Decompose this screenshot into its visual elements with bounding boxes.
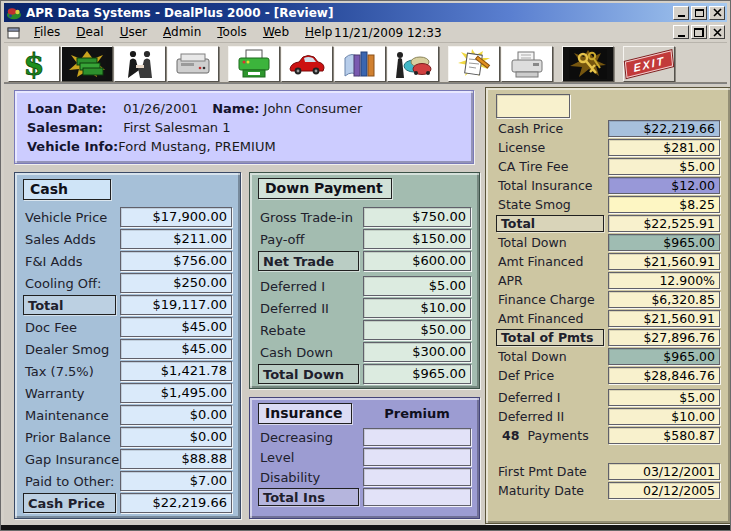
toolbar-button-handshake[interactable] [114, 46, 166, 82]
down-payment-row-value-field[interactable]: $965.00 [363, 364, 471, 384]
summary-row-value-field[interactable]: 12.900% [608, 272, 720, 289]
insurance-row-label: Total Ins [258, 488, 359, 506]
cash-row-value-field[interactable]: $1,495.00 [120, 383, 232, 403]
summary-row-value-field[interactable]: $6,320.85 [608, 291, 720, 308]
mdi-restore-button[interactable] [691, 25, 707, 39]
summary-row-value-field[interactable]: $965.00 [608, 348, 720, 365]
summary-row-value-field[interactable]: $580.87 [608, 427, 720, 444]
summary-row-label: Finance Charge [496, 292, 608, 307]
toolbar-button-books[interactable] [334, 46, 386, 82]
summary-row-value-field[interactable]: $22,219.66 [608, 120, 720, 137]
summary-row-value-field[interactable]: $21,560.91 [608, 310, 720, 327]
summary-row-label: Def Price [496, 368, 608, 383]
menu-item-files[interactable]: Files [26, 23, 68, 41]
insurance-row-label: Level [258, 450, 363, 465]
cash-row: Gap Insurance$88.88 [23, 449, 232, 469]
summary-row: Amt Financed$21,560.91 [496, 310, 720, 327]
summary-row-value-field[interactable]: $27,896.76 [608, 329, 720, 346]
cash-row-value-field[interactable]: $17,900.00 [120, 207, 232, 227]
info-line-3: Vehicle Info:Ford Mustang, PREMIUM [27, 137, 461, 156]
insurance-header: Insurance Premium [258, 403, 471, 424]
window-title: APR Data Systems - DealPlus 2000 - [Revi… [26, 6, 673, 20]
summary-row-value-field[interactable]: $281.00 [608, 139, 720, 156]
toolbar-button-cash[interactable] [61, 46, 113, 82]
down-payment-panel-title: Down Payment [258, 178, 392, 199]
summary-row: State Smog$8.25 [496, 196, 720, 213]
toolbar-button-fax[interactable] [167, 46, 219, 82]
summary-row-value-field[interactable]: $8.25 [608, 196, 720, 213]
down-payment-row-value-field[interactable]: $5.00 [363, 276, 471, 296]
down-payment-row: Pay-off$150.00 [258, 229, 471, 249]
summary-row-value-field[interactable]: $22,525.91 [608, 215, 720, 232]
summary-row: Total of Pmts$27,896.76 [496, 329, 720, 346]
toolbar-button-printer[interactable] [228, 46, 280, 82]
salesman-cars-icon [391, 49, 435, 79]
mdi-close-button[interactable] [709, 25, 725, 39]
menu-item-admin[interactable]: Admin [155, 23, 209, 41]
toolbar-button-copier[interactable] [501, 46, 553, 82]
down-payment-row: Net Trade$600.00 [258, 251, 471, 271]
toolbar-button-exit[interactable]: EXIT [623, 46, 675, 82]
summary-row-value-field[interactable]: $5.00 [608, 389, 720, 406]
cash-row: Dealer Smog$45.00 [23, 339, 232, 359]
down-payment-row-value-field[interactable]: $750.00 [363, 207, 471, 227]
toolbar-button-dollar[interactable]: $ [8, 46, 60, 82]
summary-row-value-field[interactable]: $965.00 [608, 234, 720, 251]
menu-item-deal[interactable]: Deal [68, 23, 111, 41]
down-payment-row-value-field[interactable]: $600.00 [363, 251, 471, 271]
cash-row-value-field[interactable]: $22,219.66 [120, 493, 232, 513]
cash-row-value-field[interactable]: $250.00 [120, 273, 232, 293]
summary-row-value-field[interactable]: $10.00 [608, 408, 720, 425]
down-payment-row-value-field[interactable]: $10.00 [363, 298, 471, 318]
name-value: John Consumer [264, 101, 363, 116]
down-payment-row-value-field[interactable]: $50.00 [363, 320, 471, 340]
app-icon[interactable] [6, 5, 22, 21]
summary-row-label: Total of Pmts [496, 329, 604, 346]
summary-row: Cash Price$22,219.66 [496, 120, 720, 137]
toolbar-button-car[interactable] [281, 46, 333, 82]
menu-item-tools[interactable]: Tools [209, 23, 255, 41]
mdi-document-icon[interactable] [6, 25, 22, 40]
summary-row-value-field[interactable]: $28,846.76 [608, 367, 720, 384]
cash-row-value-field[interactable]: $19,117.00 [120, 295, 232, 315]
down-payment-row-value-field[interactable]: $150.00 [363, 229, 471, 249]
summary-row-label: Total Down [496, 235, 608, 250]
salesman-value: First Salesman 1 [123, 120, 230, 135]
toolbar-button-sales[interactable] [387, 46, 439, 82]
loan-date-label: Loan Date: [27, 99, 119, 118]
summary-row-value-field[interactable]: 02/12/2005 [608, 482, 720, 499]
summary-header-box[interactable] [496, 94, 570, 118]
cash-row: Vehicle Price$17,900.00 [23, 207, 232, 227]
insurance-row-value-field[interactable] [363, 448, 471, 466]
cash-row-value-field[interactable]: $756.00 [120, 251, 232, 271]
cash-row-label: Vehicle Price [23, 210, 120, 225]
cash-row-value-field[interactable]: $88.88 [120, 449, 232, 469]
close-button[interactable] [709, 6, 725, 20]
cash-row-value-field[interactable]: $1,421.78 [120, 361, 232, 381]
menu-item-web[interactable]: Web [255, 23, 297, 41]
down-payment-row-label: Total Down [258, 364, 359, 384]
cash-row: Maintenance$0.00 [23, 405, 232, 425]
toolbar-button-contract[interactable] [448, 46, 500, 82]
summary-row-value-field[interactable]: 03/12/2001 [608, 463, 720, 480]
insurance-row-value-field[interactable] [363, 488, 471, 506]
summary-row-value-field[interactable]: $5.00 [608, 158, 720, 175]
insurance-row-value-field[interactable] [363, 428, 471, 446]
summary-row-value-field[interactable]: $21,560.91 [608, 253, 720, 270]
cash-row-value-field[interactable]: $45.00 [120, 339, 232, 359]
cash-row-value-field[interactable]: $211.00 [120, 229, 232, 249]
summary-row-value-field[interactable]: $12.00 [608, 177, 720, 194]
maximize-button[interactable] [691, 6, 707, 20]
minimize-button[interactable] [673, 6, 689, 20]
down-payment-row-value-field[interactable]: $300.00 [363, 342, 471, 362]
toolbar-button-keys[interactable] [562, 46, 614, 82]
cash-row-value-field[interactable]: $45.00 [120, 317, 232, 337]
cash-row-value-field[interactable]: $0.00 [120, 427, 232, 447]
insurance-row-value-field[interactable] [363, 468, 471, 486]
down-payment-row: Gross Trade-in$750.00 [258, 207, 471, 227]
cash-row-value-field[interactable]: $7.00 [120, 471, 232, 491]
menu-item-user[interactable]: User [112, 23, 155, 41]
cash-row: Sales Adds$211.00 [23, 229, 232, 249]
mdi-minimize-button[interactable] [673, 25, 689, 39]
cash-row-value-field[interactable]: $0.00 [120, 405, 232, 425]
